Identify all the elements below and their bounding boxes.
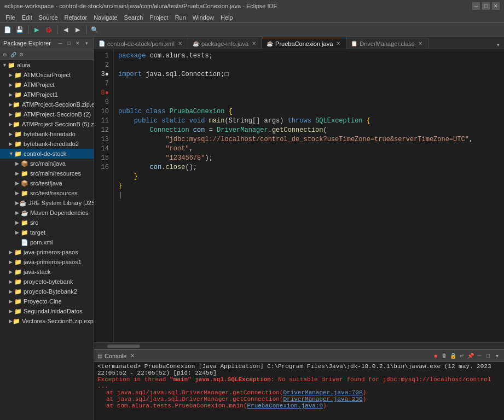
- tab-prueba-conexion[interactable]: ☕ PruebaConexion.java ✕: [262, 38, 346, 49]
- tree-item-src-main-res[interactable]: ▶ 📁 src/main/resources: [0, 168, 94, 178]
- tree-item-java-primeros[interactable]: ▶ 📁 java-primeros-pasos: [0, 247, 94, 257]
- stack-link1[interactable]: DriverManager.java:708: [283, 389, 362, 396]
- tab-driver-manager[interactable]: 📋 DriverManager.class ✕: [346, 38, 428, 49]
- tree-item-atm1[interactable]: ▶ 📁 ATMProject1: [0, 90, 94, 100]
- back-button[interactable]: ◀: [60, 25, 71, 36]
- menu-refactor[interactable]: Refactor: [61, 12, 91, 23]
- tab-pom-close[interactable]: ✕: [177, 40, 183, 47]
- menu-edit[interactable]: Edit: [19, 12, 36, 23]
- tree-item-pom[interactable]: 📄 pom.xml: [0, 237, 94, 247]
- pe-settings-button[interactable]: ⚙: [18, 51, 25, 59]
- tree-item-alura[interactable]: ▼ 📁 alura: [0, 60, 94, 70]
- tab-package-info[interactable]: ☕ package-info.java ✕: [188, 38, 262, 49]
- editor-tab-menu-button[interactable]: ▾: [494, 41, 502, 49]
- tree-item-control-stock[interactable]: ▼ 📁 control-de-stock: [0, 149, 94, 159]
- run-button[interactable]: ▶: [31, 25, 42, 36]
- pe-maximize-button[interactable]: □: [65, 39, 73, 47]
- line-num-15: 15: [96, 154, 109, 163]
- stack-link2[interactable]: DriverManager.java:230: [283, 396, 362, 402]
- tree-item-src[interactable]: ▶ 📁 src: [0, 218, 94, 228]
- pe-link-button[interactable]: 🔗: [9, 51, 17, 59]
- tree-item-atm-oscar[interactable]: ▶ 📁 ATMOscarProject: [0, 70, 94, 80]
- pe-collapse-button[interactable]: ⊖: [1, 51, 9, 59]
- line-num-7: 7: [96, 79, 109, 89]
- stack-at2-end: ): [363, 396, 367, 402]
- tree-item-maven[interactable]: ▶ ☕ Maven Dependencies: [0, 208, 94, 218]
- tree-item-java-stack[interactable]: ▶ 📁 java-stack: [0, 267, 94, 277]
- tree-item-src-main-java[interactable]: ▶ 📦 src/main/java: [0, 159, 94, 168]
- console-thread-name: "main": [170, 376, 192, 383]
- console-word-wrap[interactable]: ↵: [458, 352, 466, 360]
- label-atm-project: ATMProject: [24, 81, 55, 88]
- minimize-button[interactable]: ─: [472, 2, 480, 10]
- console-tab-close[interactable]: ✕: [129, 352, 136, 360]
- maximize-button[interactable]: □: [482, 2, 490, 10]
- console-clear-button[interactable]: 🗑: [441, 352, 448, 360]
- save-button[interactable]: 💾: [14, 25, 25, 36]
- line-num-16: 16: [96, 163, 109, 172]
- tree-item-bytebank2[interactable]: ▶ 📁 bytebank-heredado2: [0, 139, 94, 149]
- tree-item-src-test-java[interactable]: ▶ 📦 src/test/java: [0, 178, 94, 188]
- menu-search[interactable]: Search: [121, 12, 147, 23]
- console-maximize[interactable]: □: [484, 352, 492, 360]
- arrow-maven: ▶: [15, 210, 21, 215]
- tree-item-jre[interactable]: ▶ ☕ JRE System Library [J2SE-1.5]: [0, 198, 94, 208]
- code-content[interactable]: package com.alura.tests; import java.sql…: [114, 49, 504, 342]
- menu-source[interactable]: Source: [36, 12, 61, 23]
- menu-file[interactable]: File: [2, 12, 19, 23]
- tree-item-proyecto-cine[interactable]: ▶ 📁 Proyecto-Cine: [0, 296, 94, 306]
- tree-item-target[interactable]: ▶ 📁 target: [0, 228, 94, 237]
- title-text: eclipse-workspace - control-de-stock/src…: [4, 3, 277, 9]
- stack-at1: at java.sql/java.sql.DriverManager.getCo…: [106, 389, 283, 396]
- tab-package-close[interactable]: ✕: [251, 40, 257, 47]
- pe-minimize-button[interactable]: ─: [56, 39, 64, 47]
- tree-item-segunda-unidad[interactable]: ▶ 📁 SegundaUnidadDatos: [0, 306, 94, 316]
- menu-run[interactable]: Run: [172, 12, 189, 23]
- tree-item-proyecto-bytebank[interactable]: ▶ 📁 proyecto-bytebank: [0, 277, 94, 287]
- tree-item-atm-project[interactable]: ▶ 📁 ATMProject: [0, 80, 94, 90]
- console-scroll-lock[interactable]: 🔒: [449, 352, 457, 360]
- tree-item-atm-secb2[interactable]: ▶ 📁 ATMProject-SeccionB (2): [0, 109, 94, 119]
- arrow-proyecto-bytebank: ▶: [9, 279, 14, 284]
- pe-close-button[interactable]: ✕: [74, 39, 82, 47]
- forward-button[interactable]: ▶: [72, 25, 83, 36]
- label-alura: alura: [17, 62, 30, 68]
- console-view-menu[interactable]: ▾: [493, 352, 501, 360]
- menu-help[interactable]: Help: [217, 12, 236, 23]
- console-minimize[interactable]: ─: [476, 352, 483, 360]
- console-stop-button[interactable]: ■: [432, 352, 439, 360]
- folder-icon-src-main: 📦: [21, 160, 28, 167]
- stack-link3[interactable]: PruebaConexion.java:9: [247, 402, 323, 409]
- label-src-test-java: src/test/java: [30, 180, 62, 186]
- tree-item-bytebank[interactable]: ▶ 📁 bytebank-heredado: [0, 129, 94, 139]
- label-atm-secb2: ATMProject-SeccionB (2): [24, 111, 91, 118]
- tree-item-proyecto-bytebank2[interactable]: ▶ 📁 proyecto-Bytebank2: [0, 287, 94, 296]
- tab-driver-close[interactable]: ✕: [417, 40, 424, 47]
- editor-horizontal-scrollbar[interactable]: [94, 342, 504, 349]
- label-src-test-res: src/test/resources: [30, 190, 78, 196]
- h-scrollbar-thumb[interactable]: [107, 345, 140, 348]
- tree-item-java-primeros1[interactable]: ▶ 📁 java-primeros-pasos1: [0, 257, 94, 267]
- pe-tree: ▼ 📁 alura ▶ 📁 ATMOscarProject ▶ 📁 ATMPro…: [0, 60, 94, 420]
- tree-item-src-test-res[interactable]: ▶ 📁 src/test/resources: [0, 188, 94, 198]
- tab-prueba-close[interactable]: ✕: [335, 40, 341, 47]
- pe-menu-button[interactable]: ▾: [83, 39, 90, 47]
- search-button[interactable]: 🔍: [89, 25, 100, 36]
- package-explorer-panel: Package Explorer ─ □ ✕ ▾ ⊖ 🔗 ⚙ ▼ 📁 alura…: [0, 37, 94, 420]
- toolbar: 📄 💾 ▶ 🐞 ◀ ▶ 🔍: [0, 23, 504, 37]
- tree-item-atm-secb5[interactable]: ▶ 📁 ATMProject-SeccionB (5).zip.exp: [0, 119, 94, 129]
- menu-project[interactable]: Project: [146, 12, 171, 23]
- console-label: Console: [105, 353, 126, 359]
- menu-window[interactable]: Window: [189, 12, 217, 23]
- package-explorer-header: Package Explorer ─ □ ✕ ▾: [0, 37, 94, 49]
- new-button[interactable]: 📄: [2, 25, 13, 36]
- label-atm-secb5: ATMProject-SeccionB (5).zip.exp: [22, 121, 94, 127]
- close-button[interactable]: ✕: [492, 2, 500, 10]
- tree-item-vectores[interactable]: ▶ 📁 Vectores-SeccionB.zip.expanded: [0, 316, 94, 326]
- debug-button[interactable]: 🐞: [43, 25, 54, 36]
- tab-pom-xml[interactable]: 📄 control-de-stock/pom.xml ✕: [94, 38, 188, 49]
- code-editor[interactable]: 1 2 3● 7 8● 9 10 11 12 13 14 15 16 packa…: [94, 49, 504, 342]
- console-pin[interactable]: 📌: [467, 352, 474, 360]
- menu-navigate[interactable]: Navigate: [90, 12, 120, 23]
- tree-item-atm-secb-zip[interactable]: ▶ 📁 ATMProject-SeccionB.zip.expand: [0, 100, 94, 109]
